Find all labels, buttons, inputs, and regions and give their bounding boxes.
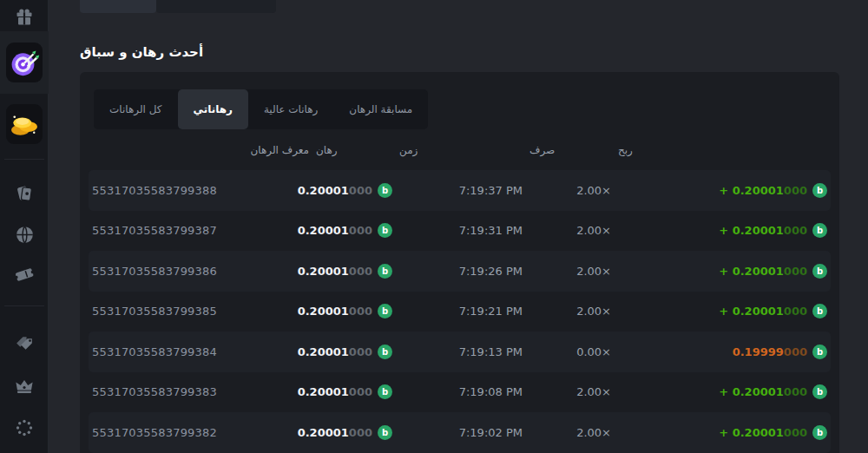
bet-id: 55317035583799382: [89, 426, 312, 439]
bet-amount: 0.20001000: [312, 304, 396, 318]
sidebar-divider-2: [4, 305, 44, 306]
bet-multiplier: 2.00×: [526, 184, 615, 197]
sidebar-item-casino[interactable]: [0, 179, 49, 207]
coin-icon: [378, 425, 392, 440]
sidebar-item-bonus-coins[interactable]: [0, 102, 49, 146]
bet-id: 55317035583799385: [89, 305, 312, 318]
top-partial-tab-active[interactable]: [80, 0, 156, 13]
sidebar-item-my-bets[interactable]: [0, 260, 49, 288]
header-profit: ربح: [615, 144, 831, 156]
bet-multiplier: 2.00×: [526, 265, 615, 278]
bet-id: 55317035583799388: [89, 184, 312, 197]
bet-profit: + 0.20001000: [615, 183, 831, 198]
bet-time: 7:19:21 PM: [396, 305, 526, 318]
bet-time: 7:19:08 PM: [396, 385, 526, 398]
tab-bet-race[interactable]: مسابقة الرهان: [333, 89, 428, 129]
sidebar: [0, 0, 49, 453]
table-row[interactable]: 55317035583799385 0.20001000 7:19:21 PM …: [89, 292, 831, 332]
darts-target-icon: [6, 43, 43, 82]
coin-icon: [812, 223, 827, 238]
bet-amount: 0.20001000: [312, 425, 396, 440]
bet-multiplier: 2.00×: [526, 305, 615, 318]
bet-amount: 0.20001000: [312, 384, 396, 399]
bet-id: 55317035583799383: [89, 385, 312, 398]
bet-multiplier: 2.00×: [526, 224, 615, 237]
gift-icon: [14, 6, 35, 27]
bet-time: 7:19:31 PM: [396, 224, 526, 237]
bet-profit: + 0.20001000: [615, 384, 831, 399]
table-row[interactable]: 55317035583799382 0.20001000 7:19:02 PM …: [89, 412, 831, 453]
bet-profit: + 0.20001000: [615, 264, 831, 279]
bet-multiplier: 2.00×: [526, 385, 615, 398]
table-header-row: معرف الرهان رهان زمن صرف ربح: [89, 130, 831, 170]
bet-multiplier: 2.00×: [526, 426, 615, 439]
coin-icon: [378, 345, 392, 359]
ticket-icon: [13, 263, 36, 286]
bet-multiplier: 0.00×: [526, 345, 615, 358]
coin-icon: [378, 223, 392, 238]
crown-icon: [14, 375, 35, 396]
bet-profit: + 0.20001000: [615, 304, 831, 318]
bet-time: 7:19:37 PM: [396, 184, 526, 197]
bet-time: 7:19:13 PM: [396, 345, 526, 358]
latest-bets-card: كل الرهانات رهاناتي رهانات عالية مسابقة …: [80, 72, 839, 453]
bet-profit: + 0.20001000: [615, 425, 831, 440]
playing-cards-icon: [14, 182, 36, 204]
coin-icon: [378, 183, 392, 198]
sidebar-item-promotions[interactable]: [0, 330, 49, 358]
page-title: أحدث رهان و سباق: [80, 44, 203, 60]
sidebar-divider-1: [4, 159, 44, 160]
header-time: زمن: [396, 144, 526, 156]
coin-icon: [378, 384, 392, 399]
sidebar-item-sports[interactable]: [0, 220, 49, 248]
coin-icon: [812, 345, 827, 359]
dotted-circle-icon: [14, 417, 35, 438]
coin-icon: [812, 425, 827, 440]
coins-icon: [6, 104, 43, 144]
coin-icon: [812, 384, 827, 399]
bet-profit: + 0.20001000: [615, 223, 831, 238]
header-multiplier: صرف: [526, 144, 615, 156]
table-row[interactable]: 55317035583799387 0.20001000 7:19:31 PM …: [89, 211, 831, 252]
sidebar-item-rewards[interactable]: [0, 3, 49, 30]
header-bet-id: معرف الرهان: [89, 144, 312, 156]
coin-icon: [812, 183, 827, 198]
bet-amount: 0.20001000: [312, 264, 396, 279]
tab-my-bets[interactable]: رهاناتي: [178, 89, 248, 129]
bet-time: 7:19:26 PM: [396, 265, 526, 278]
tab-all-bets[interactable]: كل الرهانات: [94, 89, 178, 129]
table-row[interactable]: 55317035583799383 0.20001000 7:19:08 PM …: [89, 372, 831, 413]
bet-time: 7:19:02 PM: [396, 426, 526, 439]
sidebar-item-darts-active[interactable]: [0, 31, 49, 94]
bet-amount: 0.20001000: [312, 183, 396, 198]
table-row[interactable]: 55317035583799384 0.20001000 7:19:13 PM …: [89, 332, 831, 372]
tab-high-bets[interactable]: رهانات عالية: [248, 89, 333, 129]
bets-tab-group: كل الرهانات رهاناتي رهانات عالية مسابقة …: [94, 89, 428, 129]
bet-amount: 0.20001000: [312, 345, 396, 359]
bet-amount: 0.20001000: [312, 223, 396, 238]
sidebar-item-vip[interactable]: [0, 371, 49, 399]
sidebar-item-loading[interactable]: [0, 414, 49, 442]
basketball-icon: [14, 224, 36, 246]
coin-icon: [378, 264, 392, 279]
tags-icon: [14, 333, 36, 355]
bet-profit: 0.19999000: [615, 345, 831, 359]
table-row[interactable]: 55317035583799388 0.20001000 7:19:37 PM …: [89, 170, 831, 211]
bets-table: معرف الرهان رهان زمن صرف ربح 55317035583…: [89, 130, 831, 453]
bet-id: 55317035583799386: [89, 265, 312, 278]
table-row[interactable]: 55317035583799386 0.20001000 7:19:26 PM …: [89, 251, 831, 292]
coin-icon: [812, 264, 827, 279]
header-bet: رهان: [312, 144, 396, 156]
bet-id: 55317035583799384: [89, 345, 312, 358]
top-partial-tab-inactive[interactable]: [156, 0, 276, 13]
bet-id: 55317035583799387: [89, 224, 312, 237]
coin-icon: [812, 304, 827, 318]
coin-icon: [378, 304, 392, 318]
